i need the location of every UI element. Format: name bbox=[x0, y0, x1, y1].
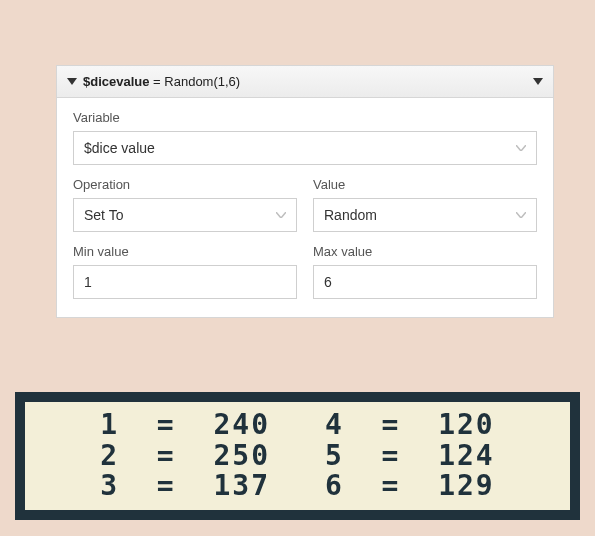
variable-select[interactable]: $dice value bbox=[73, 131, 537, 165]
min-input-value: 1 bbox=[84, 274, 92, 290]
value-label: Value bbox=[313, 177, 537, 192]
console-line: 1 = 240 bbox=[100, 410, 270, 441]
dropdown-icon[interactable] bbox=[533, 78, 543, 85]
operation-label: Operation bbox=[73, 177, 297, 192]
chevron-down-icon bbox=[276, 212, 286, 218]
console-column-right: 4 = 120 5 = 124 6 = 129 bbox=[325, 410, 495, 502]
value-select[interactable]: Random bbox=[313, 198, 537, 232]
console-line: 6 = 129 bbox=[325, 471, 495, 502]
max-input-value: 6 bbox=[324, 274, 332, 290]
panel-title: $dicevalue = Random(1,6) bbox=[83, 74, 533, 89]
console-line: 3 = 137 bbox=[100, 471, 270, 502]
variable-select-value: $dice value bbox=[84, 140, 155, 156]
value-select-value: Random bbox=[324, 207, 377, 223]
console-line: 2 = 250 bbox=[100, 441, 270, 472]
game-console-output: 1 = 240 2 = 250 3 = 137 4 = 120 5 = 124 … bbox=[15, 392, 580, 520]
max-input[interactable]: 6 bbox=[313, 265, 537, 299]
operation-select[interactable]: Set To bbox=[73, 198, 297, 232]
min-input[interactable]: 1 bbox=[73, 265, 297, 299]
panel-header[interactable]: $dicevalue = Random(1,6) bbox=[57, 66, 553, 98]
max-label: Max value bbox=[313, 244, 537, 259]
min-label: Min value bbox=[73, 244, 297, 259]
console-line: 4 = 120 bbox=[325, 410, 495, 441]
console-column-left: 1 = 240 2 = 250 3 = 137 bbox=[100, 410, 270, 502]
operation-select-value: Set To bbox=[84, 207, 123, 223]
variable-label: Variable bbox=[73, 110, 537, 125]
console-line: 5 = 124 bbox=[325, 441, 495, 472]
event-editor-panel: $dicevalue = Random(1,6) Variable $dice … bbox=[56, 65, 554, 318]
chevron-down-icon bbox=[516, 212, 526, 218]
panel-body: Variable $dice value Operation Set To bbox=[57, 98, 553, 317]
collapse-icon bbox=[67, 78, 77, 85]
chevron-down-icon bbox=[516, 145, 526, 151]
